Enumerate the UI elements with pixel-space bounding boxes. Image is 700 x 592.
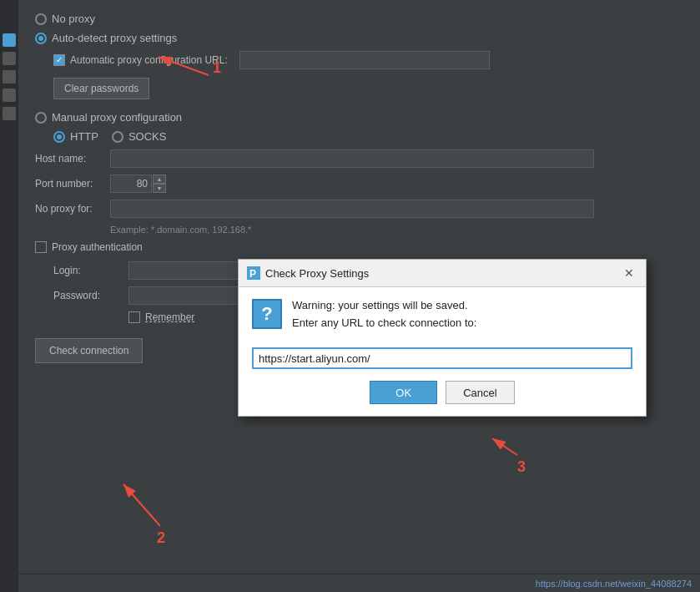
svg-line-7 [492, 438, 517, 455]
svg-line-5 [123, 484, 160, 526]
sidebar-icon-2[interactable] [3, 52, 16, 65]
left-sidebar [0, 0, 18, 592]
svg-text:3: 3 [517, 458, 526, 475]
dialog-titlebar: P Check Proxy Settings ✕ [239, 260, 646, 287]
port-input[interactable] [110, 175, 152, 193]
port-input-wrap: ▲ ▼ [110, 175, 166, 193]
check-proxy-dialog: P Check Proxy Settings ✕ ? Warning: your… [238, 259, 647, 417]
proxy-auth-label: Proxy authentication [52, 241, 143, 253]
host-name-row: Host name: [35, 149, 683, 168]
auto-proxy-url-input[interactable] [239, 51, 490, 69]
login-label: Login: [53, 265, 128, 276]
no-proxy-for-row: No proxy for: [35, 200, 683, 218]
no-proxy-label: No proxy [52, 13, 95, 25]
remember-checkbox[interactable] [128, 311, 140, 323]
status-url: https://blog.csdn.net/weixin_44088274 [536, 579, 692, 589]
dialog-close-button[interactable]: ✕ [621, 265, 637, 281]
manual-proxy-radio[interactable] [35, 112, 47, 124]
clear-passwords-button[interactable]: Clear passwords [53, 78, 149, 99]
proxy-auth-checkbox[interactable] [35, 241, 47, 253]
http-option[interactable]: HTTP [53, 130, 98, 143]
dialog-warning-row: ? Warning: your settings will be saved. … [252, 299, 632, 329]
socks-radio[interactable] [112, 131, 123, 143]
check-connection-button[interactable]: Check connection [35, 338, 143, 363]
auto-detect-option[interactable]: Auto-detect proxy settings [35, 32, 683, 44]
manual-proxy-option[interactable]: Manual proxy configuration [35, 111, 683, 124]
no-proxy-for-label: No proxy for: [35, 203, 110, 215]
question-icon: ? [252, 299, 282, 329]
port-number-label: Port number: [35, 178, 110, 190]
dialog-title-text: Check Proxy Settings [265, 267, 369, 280]
auto-proxy-url-row: ✓ Automatic proxy configuration URL: [53, 51, 683, 69]
sidebar-icon-5[interactable] [3, 107, 16, 120]
dialog-url-input[interactable] [252, 347, 632, 369]
host-name-input[interactable] [110, 149, 594, 168]
checkmark-icon: ✓ [56, 56, 63, 64]
host-name-label: Host name: [35, 153, 110, 164]
dialog-messages: Warning: your settings will be saved. En… [292, 299, 476, 329]
sidebar-icon-1[interactable] [3, 33, 16, 47]
http-radio[interactable] [53, 131, 65, 143]
manual-proxy-label: Manual proxy configuration [52, 111, 182, 124]
sidebar-icon-3[interactable] [3, 70, 16, 83]
no-proxy-option[interactable]: No proxy [35, 13, 683, 25]
socks-option[interactable]: SOCKS [112, 130, 167, 143]
status-bar: https://blog.csdn.net/weixin_44088274 [18, 574, 700, 592]
auto-proxy-checkbox[interactable]: ✓ [53, 54, 65, 66]
dialog-buttons: OK Cancel [252, 381, 632, 404]
auto-proxy-url-label: Automatic proxy configuration URL: [70, 54, 228, 66]
port-up-button[interactable]: ▲ [153, 175, 166, 184]
remember-label: Remember [145, 311, 194, 323]
dialog-title-icon: P [247, 266, 260, 280]
socks-label: SOCKS [128, 130, 167, 143]
example-text: Example: *.domain.com, 192.168.* [110, 225, 683, 235]
auto-detect-radio[interactable] [35, 33, 47, 44]
http-label: HTTP [70, 130, 98, 143]
proxy-auth-row: Proxy authentication [35, 241, 683, 253]
no-proxy-radio[interactable] [35, 13, 47, 25]
svg-text:P: P [249, 268, 256, 280]
dialog-ok-button[interactable]: OK [370, 381, 437, 404]
auto-detect-label: Auto-detect proxy settings [52, 32, 177, 44]
password-label: Password: [53, 290, 128, 301]
dialog-title-left: P Check Proxy Settings [247, 266, 369, 280]
svg-text:2: 2 [157, 529, 165, 546]
port-number-row: Port number: ▲ ▼ [35, 175, 683, 193]
dialog-body: ? Warning: your settings will be saved. … [239, 287, 646, 416]
port-spinner: ▲ ▼ [153, 175, 166, 193]
no-proxy-for-input[interactable] [110, 200, 594, 218]
dialog-cancel-button[interactable]: Cancel [446, 381, 514, 404]
dialog-warning-text: Warning: your settings will be saved. [292, 299, 476, 311]
port-down-button[interactable]: ▼ [153, 184, 166, 193]
dialog-prompt-text: Enter any URL to check connection to: [292, 316, 476, 329]
sidebar-icon-4[interactable] [3, 89, 16, 102]
